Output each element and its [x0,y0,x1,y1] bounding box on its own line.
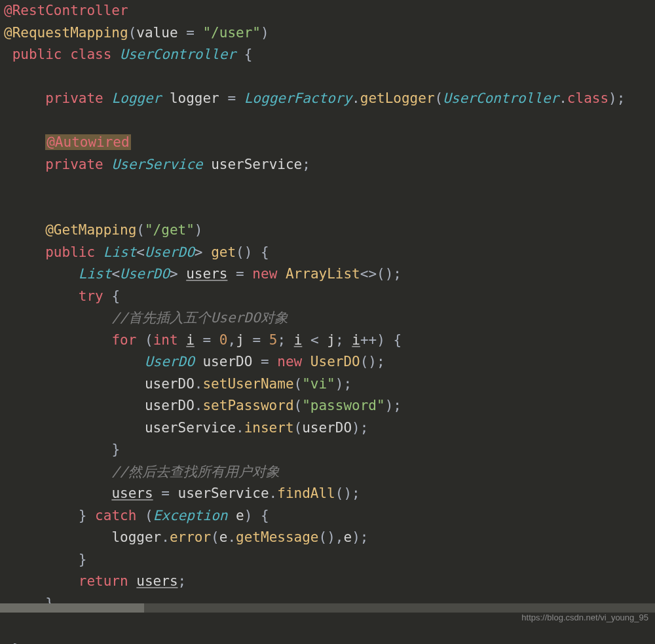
method-get: get [211,244,236,260]
annotation-getmapping: @GetMapping [45,222,136,238]
comment-line: //首先插入五个UserDO对象 [111,310,288,326]
comment-line: //然后去查找所有用户对象 [111,464,279,480]
annotation-restcontroller: @RestController [4,3,128,18]
code-editor[interactable]: @RestController @RequestMapping(value = … [0,0,655,615]
class-name: UserController [120,47,236,62]
watermark-text: https://blog.csdn.net/vi_young_95 [521,607,648,629]
annotation-autowired: @Autowired [45,134,130,150]
scrollbar-thumb[interactable] [0,603,144,613]
annotation-requestmapping: @RequestMapping [4,25,128,41]
